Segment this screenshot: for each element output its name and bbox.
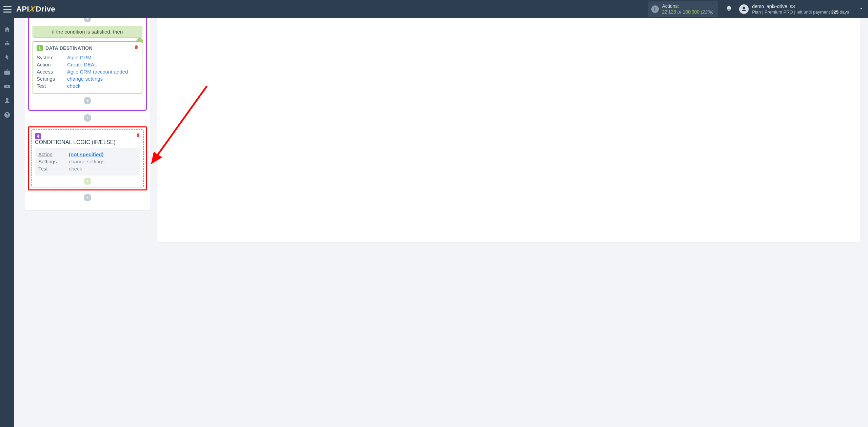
plan-prefix: Plan | xyxy=(752,9,763,15)
avatar xyxy=(739,4,749,14)
plan-mid: | left until payment xyxy=(794,9,830,15)
topbar: API X Drive i Actions: 22'123 of 100'000… xyxy=(0,0,868,18)
menu-toggle-button[interactable] xyxy=(3,5,12,13)
notifications-button[interactable] xyxy=(726,5,732,13)
info-icon: i xyxy=(651,5,659,13)
plan-days: 325 xyxy=(831,9,839,15)
actions-counter[interactable]: i Actions: 22'123 of 100'000 (22%) xyxy=(648,1,718,17)
actions-of: of xyxy=(677,9,682,15)
user-text: demo_apix-drive_s3 Plan | Premium PRO | … xyxy=(752,4,849,15)
chevron-down-icon xyxy=(859,6,864,13)
logo-text-drive: Drive xyxy=(36,5,55,14)
actions-text: Actions: 22'123 of 100'000 (22%) xyxy=(662,3,714,15)
logo-text-x: X xyxy=(29,5,36,14)
actions-used: 22'123 xyxy=(662,9,676,15)
actions-limit: 100'000 xyxy=(683,9,699,15)
logo-text-api: API xyxy=(16,5,29,14)
plan-name: Premium PRO xyxy=(765,9,793,15)
actions-pct: (22%) xyxy=(701,9,713,15)
user-menu[interactable]: demo_apix-drive_s3 Plan | Premium PRO | … xyxy=(739,4,864,15)
actions-label: Actions: xyxy=(662,3,714,9)
user-name: demo_apix-drive_s3 xyxy=(752,4,849,9)
plan-days-suffix: days xyxy=(840,9,849,15)
logo[interactable]: API X Drive xyxy=(16,5,55,14)
